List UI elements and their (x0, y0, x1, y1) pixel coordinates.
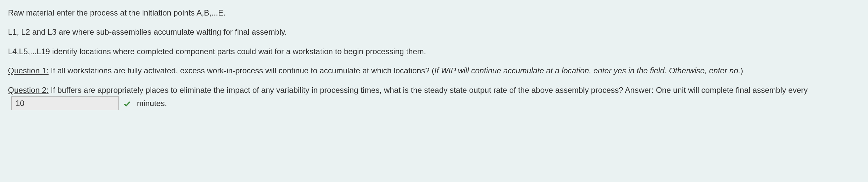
question-1: Question 1: If all workstations are full… (8, 64, 860, 77)
answer-input[interactable] (11, 97, 119, 110)
question-2: Question 2: If buffers are appropriately… (8, 84, 860, 110)
question-1-label: Question 1: (8, 66, 49, 75)
question-1-tail: ) (740, 66, 743, 75)
question-1-hint: If WIP will continue accumulate at a loc… (434, 66, 741, 75)
intro-line-1: Raw material enter the process at the in… (8, 7, 860, 19)
intro-line-3: L4,L5,...L19 identify locations where co… (8, 45, 860, 58)
question-1-text: If all workstations are fully activated,… (49, 66, 434, 75)
question-2-label: Question 2: (8, 85, 49, 95)
check-icon (123, 97, 131, 110)
intro-line-2: L1, L2 and L3 are where sub-assemblies a… (8, 26, 860, 38)
question-2-text: If buffers are appropriately places to e… (49, 85, 808, 95)
question-2-tail: minutes. (135, 99, 167, 108)
